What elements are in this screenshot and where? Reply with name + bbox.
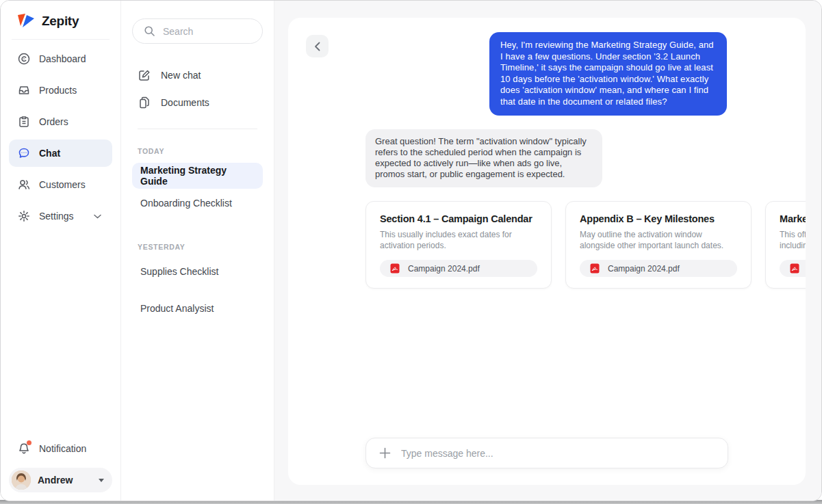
main-area: Hey, I'm reviewing the Marketing Strateg… [274,1,821,501]
orders-icon [17,115,31,129]
chat-item-label: Onboarding Checklist [140,198,232,209]
suggestion-card-campaign-calendar[interactable]: Section 4.1 – Campaign Calendar This usu… [365,201,552,289]
user-message-bubble: Hey, I'm reviewing the Marketing Strateg… [489,32,727,116]
sidebar-item-products[interactable]: Products [9,77,112,104]
sidebar-bottom: Notification Andrew [1,429,120,501]
attach-plus-icon[interactable] [378,447,391,459]
main-sidebar: Zepity Dashboard [1,1,121,501]
card-description: May outline the activation window alongs… [580,229,737,251]
caret-down-icon [99,479,104,482]
sidebar-item-orders[interactable]: Orders [9,108,112,135]
documents-button[interactable]: Documents [121,89,274,116]
documents-label: Documents [161,97,209,108]
sidebar-item-label: Dashboard [39,53,86,64]
sidebar-item-customers[interactable]: Customers [9,171,112,198]
avatar [12,470,31,490]
chat-sidebar-actions: New chat Documents [121,62,274,116]
zepity-logo-icon [17,13,35,29]
brand-name: Zepity [42,14,79,29]
card-description: This ofte including [780,229,806,251]
file-name: Campaign 2024.pdf [608,264,680,274]
chat-item-supplies-checklist[interactable]: Supplies Checklist [132,258,263,284]
file-chip[interactable]: Mar [780,260,806,277]
app-window: Zepity Dashboard [0,0,822,501]
sidebar-item-label: Settings [39,211,74,222]
app-screen: Zepity Dashboard [0,0,822,504]
search-icon [142,25,156,37]
user-name: Andrew [38,475,92,486]
sidebar-item-label: Chat [39,148,60,159]
notification-label: Notification [39,443,86,454]
bell-icon [17,442,31,455]
products-icon [17,83,31,97]
user-menu[interactable]: Andrew [9,468,112,492]
divider [138,129,257,129]
card-title: Section 4.1 – Campaign Calendar [380,213,537,224]
search-input[interactable] [163,26,253,37]
assistant-message-bubble: Great question! The term "activation win… [365,129,602,187]
chat-section-label-today: TODAY [138,147,257,155]
main-nav: Dashboard Products [1,40,120,235]
chat-section-label-yesterday: YESTERDAY [138,243,257,251]
gear-icon [17,209,31,223]
sidebar-item-chat[interactable]: Chat [9,140,112,167]
chat-item-label: Product Analysist [140,303,214,314]
pdf-file-icon [388,263,402,274]
dashboard-icon [17,52,31,66]
notification-button[interactable]: Notification [9,435,94,462]
file-chip[interactable]: Campaign 2024.pdf [380,260,537,277]
sidebar-item-settings[interactable]: Settings [9,202,112,230]
chevron-left-icon [314,42,320,51]
sidebar-item-label: Customers [39,179,86,190]
documents-icon [138,96,151,109]
pdf-file-icon [788,263,801,274]
chat-panel: Hey, I'm reviewing the Marketing Strateg… [288,18,806,485]
file-chip[interactable]: Campaign 2024.pdf [580,260,737,277]
back-button[interactable] [306,35,329,57]
chat-item-onboarding-checklist[interactable]: Onboarding Checklist [132,190,263,216]
chat-item-marketing-strategy-guide[interactable]: Marketing Strategy Guide [132,163,263,189]
brand-logo-row: Zepity [1,1,120,39]
chevron-down-icon [90,209,104,223]
new-chat-button[interactable]: New chat [121,62,274,89]
chat-icon [17,146,31,160]
chat-item-product-analysist[interactable]: Product Analysist [132,295,263,321]
file-name: Campaign 2024.pdf [408,264,480,274]
chat-item-label: Supplies Checklist [140,266,218,277]
message-list: Hey, I'm reviewing the Marketing Strateg… [365,32,727,187]
chat-sidebar: New chat Documents TODAY Marketing Strat… [121,1,274,501]
sidebar-item-dashboard[interactable]: Dashboard [9,45,112,72]
search-box [132,18,263,44]
suggestion-cards: Section 4.1 – Campaign Calendar This usu… [365,201,806,289]
new-chat-icon [138,69,151,81]
sidebar-item-label: Products [39,85,77,96]
chat-item-label: Marketing Strategy Guide [140,165,255,187]
suggestion-card-clipped[interactable]: Market This ofte including Mar [765,201,806,289]
card-description: This usually includes exact dates for ac… [380,229,537,251]
card-title: Appendix B – Key Milestones [580,213,737,224]
sidebar-item-label: Orders [39,116,68,127]
message-input[interactable] [401,448,716,459]
notification-dot [27,440,31,445]
customers-icon [17,178,31,191]
suggestion-card-key-milestones[interactable]: Appendix B – Key Milestones May outline … [565,201,752,289]
message-composer [365,438,728,468]
new-chat-label: New chat [161,70,201,81]
pdf-file-icon [588,263,602,274]
card-title: Market [780,213,806,224]
